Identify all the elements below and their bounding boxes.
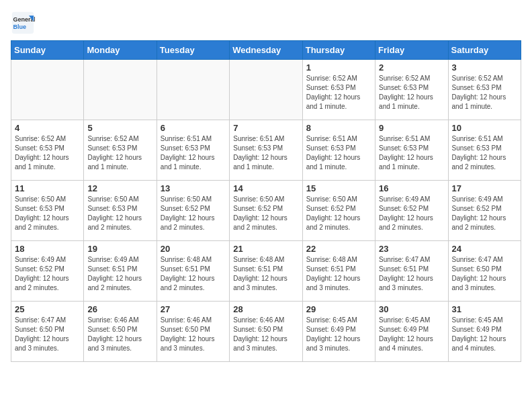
day-number: 20 <box>161 244 226 254</box>
table-row: 21 Sunrise: 6:48 AM Sunset: 6:51 PM Dayl… <box>230 241 302 302</box>
weekday-header-row: SundayMondayTuesdayWednesdayThursdayFrid… <box>11 41 521 60</box>
table-row: 31 Sunrise: 6:45 AM Sunset: 6:49 PM Dayl… <box>448 302 521 362</box>
day-number: 14 <box>233 183 298 193</box>
table-row: 14 Sunrise: 6:50 AM Sunset: 6:52 PM Dayl… <box>230 181 302 241</box>
weekday-header: Wednesday <box>230 41 302 60</box>
day-info: Sunrise: 6:52 AM Sunset: 6:53 PM Dayligh… <box>87 134 152 172</box>
day-number: 10 <box>452 123 517 133</box>
calendar-week-row: 1 Sunrise: 6:52 AM Sunset: 6:53 PM Dayli… <box>11 60 521 120</box>
day-number: 11 <box>15 183 80 193</box>
table-row: 1 Sunrise: 6:52 AM Sunset: 6:53 PM Dayli… <box>302 60 375 120</box>
table-row: 7 Sunrise: 6:51 AM Sunset: 6:53 PM Dayli… <box>230 120 302 181</box>
day-number: 24 <box>452 244 517 254</box>
table-row: 13 Sunrise: 6:50 AM Sunset: 6:52 PM Dayl… <box>157 181 229 241</box>
calendar-week-row: 11 Sunrise: 6:50 AM Sunset: 6:53 PM Dayl… <box>11 181 521 241</box>
day-number: 22 <box>306 244 371 254</box>
day-number: 7 <box>233 123 298 133</box>
day-number: 15 <box>306 183 371 193</box>
weekday-header: Saturday <box>448 41 521 60</box>
table-row: 15 Sunrise: 6:50 AM Sunset: 6:52 PM Dayl… <box>302 181 375 241</box>
logo-icon: General Blue <box>11 11 35 35</box>
calendar: SundayMondayTuesdayWednesdayThursdayFrid… <box>11 40 521 362</box>
day-number: 27 <box>161 304 226 314</box>
day-number: 2 <box>379 62 444 73</box>
day-info: Sunrise: 6:48 AM Sunset: 6:51 PM Dayligh… <box>306 255 371 293</box>
day-info: Sunrise: 6:52 AM Sunset: 6:53 PM Dayligh… <box>452 74 517 111</box>
day-number: 21 <box>233 244 298 254</box>
day-info: Sunrise: 6:52 AM Sunset: 6:53 PM Dayligh… <box>306 74 371 111</box>
table-row: 10 Sunrise: 6:51 AM Sunset: 6:53 PM Dayl… <box>448 120 521 181</box>
table-row: 5 Sunrise: 6:52 AM Sunset: 6:53 PM Dayli… <box>84 120 157 181</box>
day-number: 30 <box>379 304 444 314</box>
table-row: 22 Sunrise: 6:48 AM Sunset: 6:51 PM Dayl… <box>302 241 375 302</box>
day-info: Sunrise: 6:51 AM Sunset: 6:53 PM Dayligh… <box>306 134 371 172</box>
day-info: Sunrise: 6:51 AM Sunset: 6:53 PM Dayligh… <box>379 134 444 172</box>
day-number: 18 <box>15 244 80 254</box>
day-number: 12 <box>87 183 152 193</box>
day-info: Sunrise: 6:47 AM Sunset: 6:50 PM Dayligh… <box>15 316 80 353</box>
day-info: Sunrise: 6:50 AM Sunset: 6:53 PM Dayligh… <box>87 195 152 232</box>
day-info: Sunrise: 6:46 AM Sunset: 6:50 PM Dayligh… <box>161 316 226 353</box>
table-row: 6 Sunrise: 6:51 AM Sunset: 6:53 PM Dayli… <box>157 120 229 181</box>
day-info: Sunrise: 6:49 AM Sunset: 6:51 PM Dayligh… <box>87 255 152 293</box>
day-info: Sunrise: 6:45 AM Sunset: 6:49 PM Dayligh… <box>379 316 444 353</box>
day-info: Sunrise: 6:47 AM Sunset: 6:51 PM Dayligh… <box>379 255 444 293</box>
day-number: 26 <box>87 304 152 314</box>
day-number: 8 <box>306 123 371 133</box>
day-info: Sunrise: 6:46 AM Sunset: 6:50 PM Dayligh… <box>233 316 298 353</box>
table-row: 8 Sunrise: 6:51 AM Sunset: 6:53 PM Dayli… <box>302 120 375 181</box>
calendar-week-row: 25 Sunrise: 6:47 AM Sunset: 6:50 PM Dayl… <box>11 302 521 362</box>
day-info: Sunrise: 6:47 AM Sunset: 6:50 PM Dayligh… <box>452 255 517 293</box>
table-row <box>157 60 229 120</box>
day-info: Sunrise: 6:50 AM Sunset: 6:52 PM Dayligh… <box>306 195 371 232</box>
calendar-week-row: 18 Sunrise: 6:49 AM Sunset: 6:52 PM Dayl… <box>11 241 521 302</box>
weekday-header: Tuesday <box>157 41 229 60</box>
day-number: 25 <box>15 304 80 314</box>
table-row: 30 Sunrise: 6:45 AM Sunset: 6:49 PM Dayl… <box>375 302 448 362</box>
table-row: 28 Sunrise: 6:46 AM Sunset: 6:50 PM Dayl… <box>230 302 302 362</box>
table-row: 24 Sunrise: 6:47 AM Sunset: 6:50 PM Dayl… <box>448 241 521 302</box>
day-info: Sunrise: 6:51 AM Sunset: 6:53 PM Dayligh… <box>452 134 517 172</box>
table-row: 25 Sunrise: 6:47 AM Sunset: 6:50 PM Dayl… <box>11 302 84 362</box>
table-row <box>11 60 84 120</box>
day-number: 29 <box>306 304 371 314</box>
day-number: 3 <box>452 62 517 73</box>
day-info: Sunrise: 6:45 AM Sunset: 6:49 PM Dayligh… <box>452 316 517 353</box>
day-info: Sunrise: 6:49 AM Sunset: 6:52 PM Dayligh… <box>379 195 444 232</box>
day-number: 6 <box>161 123 226 133</box>
table-row: 29 Sunrise: 6:45 AM Sunset: 6:49 PM Dayl… <box>302 302 375 362</box>
table-row <box>84 60 157 120</box>
day-info: Sunrise: 6:48 AM Sunset: 6:51 PM Dayligh… <box>233 255 298 293</box>
day-info: Sunrise: 6:50 AM Sunset: 6:52 PM Dayligh… <box>233 195 298 232</box>
table-row: 3 Sunrise: 6:52 AM Sunset: 6:53 PM Dayli… <box>448 60 521 120</box>
table-row: 27 Sunrise: 6:46 AM Sunset: 6:50 PM Dayl… <box>157 302 229 362</box>
day-info: Sunrise: 6:49 AM Sunset: 6:52 PM Dayligh… <box>452 195 517 232</box>
day-number: 9 <box>379 123 444 133</box>
day-number: 28 <box>233 304 298 314</box>
day-info: Sunrise: 6:49 AM Sunset: 6:52 PM Dayligh… <box>15 255 80 293</box>
day-info: Sunrise: 6:51 AM Sunset: 6:53 PM Dayligh… <box>233 134 298 172</box>
day-number: 19 <box>87 244 152 254</box>
table-row: 26 Sunrise: 6:46 AM Sunset: 6:50 PM Dayl… <box>84 302 157 362</box>
table-row <box>230 60 302 120</box>
svg-text:Blue: Blue <box>13 24 27 30</box>
table-row: 19 Sunrise: 6:49 AM Sunset: 6:51 PM Dayl… <box>84 241 157 302</box>
day-number: 4 <box>15 123 80 133</box>
table-row: 17 Sunrise: 6:49 AM Sunset: 6:52 PM Dayl… <box>448 181 521 241</box>
day-number: 5 <box>87 123 152 133</box>
day-info: Sunrise: 6:46 AM Sunset: 6:50 PM Dayligh… <box>87 316 152 353</box>
header: General Blue <box>11 11 521 35</box>
table-row: 18 Sunrise: 6:49 AM Sunset: 6:52 PM Dayl… <box>11 241 84 302</box>
weekday-header: Sunday <box>11 41 84 60</box>
calendar-week-row: 4 Sunrise: 6:52 AM Sunset: 6:53 PM Dayli… <box>11 120 521 181</box>
day-number: 17 <box>452 183 517 193</box>
day-number: 23 <box>379 244 444 254</box>
table-row: 12 Sunrise: 6:50 AM Sunset: 6:53 PM Dayl… <box>84 181 157 241</box>
table-row: 16 Sunrise: 6:49 AM Sunset: 6:52 PM Dayl… <box>375 181 448 241</box>
day-info: Sunrise: 6:48 AM Sunset: 6:51 PM Dayligh… <box>161 255 226 293</box>
table-row: 9 Sunrise: 6:51 AM Sunset: 6:53 PM Dayli… <box>375 120 448 181</box>
day-info: Sunrise: 6:50 AM Sunset: 6:53 PM Dayligh… <box>15 195 80 232</box>
day-number: 16 <box>379 183 444 193</box>
table-row: 2 Sunrise: 6:52 AM Sunset: 6:53 PM Dayli… <box>375 60 448 120</box>
table-row: 20 Sunrise: 6:48 AM Sunset: 6:51 PM Dayl… <box>157 241 229 302</box>
